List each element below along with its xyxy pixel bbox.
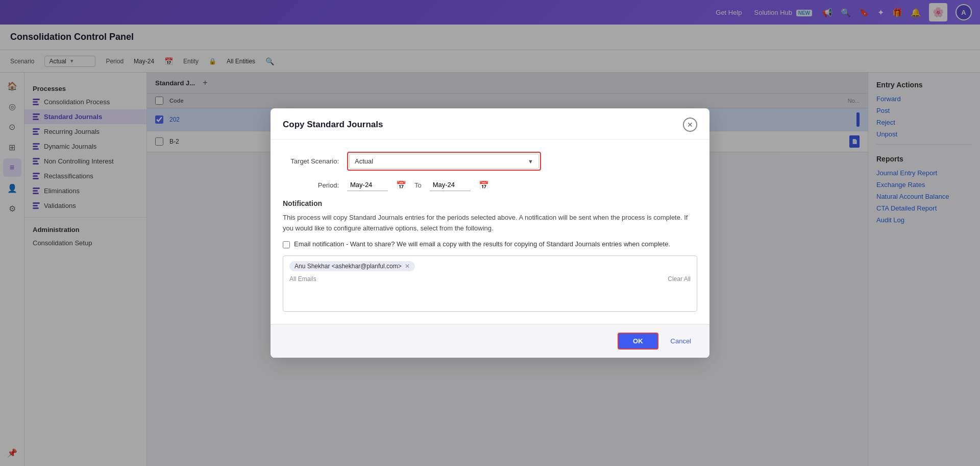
select-arrow-icon: ▼ bbox=[528, 158, 533, 165]
dialog-body: Target Scenario: Actual ▼ Period: 📅 To 📅 bbox=[271, 139, 709, 324]
target-scenario-label: Target Scenario: bbox=[283, 157, 339, 165]
target-scenario-row: Target Scenario: Actual ▼ bbox=[283, 152, 697, 171]
clear-all-link[interactable]: Clear All bbox=[668, 275, 691, 283]
all-emails-label: All Emails bbox=[289, 275, 316, 283]
email-tag: Anu Shekhar <ashekhar@planful.com> ✕ bbox=[289, 261, 415, 271]
target-scenario-wrapper: Actual ▼ bbox=[347, 152, 541, 171]
email-checkbox-label: Email notification - Want to share? We w… bbox=[294, 240, 670, 248]
calendar-to-icon[interactable]: 📅 bbox=[479, 180, 489, 190]
dialog-close-button[interactable]: ✕ bbox=[683, 118, 697, 132]
email-recipients-area[interactable]: Anu Shekhar <ashekhar@planful.com> ✕ All… bbox=[283, 255, 697, 312]
calendar-from-icon[interactable]: 📅 bbox=[396, 180, 406, 190]
copy-standard-journals-dialog: Copy Standard Journals ✕ Target Scenario… bbox=[271, 108, 709, 358]
email-tag-remove-icon[interactable]: ✕ bbox=[405, 263, 410, 270]
notification-title: Notification bbox=[283, 199, 697, 207]
period-to-label: To bbox=[414, 181, 422, 189]
period-row: Period: 📅 To 📅 bbox=[283, 179, 697, 191]
period-label: Period: bbox=[283, 181, 339, 189]
modal-overlay: Copy Standard Journals ✕ Target Scenario… bbox=[0, 0, 980, 466]
dialog-title: Copy Standard Journals bbox=[283, 120, 383, 130]
email-checkbox-row: Email notification - Want to share? We w… bbox=[283, 240, 697, 248]
dialog-header: Copy Standard Journals ✕ bbox=[271, 108, 709, 139]
email-area-footer: All Emails Clear All bbox=[289, 275, 691, 283]
cancel-button[interactable]: Cancel bbox=[665, 334, 697, 348]
dialog-footer: OK Cancel bbox=[271, 324, 709, 358]
period-from-input[interactable] bbox=[347, 179, 388, 191]
notification-desc: This process will copy Standard Journals… bbox=[283, 213, 697, 234]
email-notification-checkbox[interactable] bbox=[283, 241, 290, 248]
period-to-input[interactable] bbox=[430, 179, 471, 191]
ok-button[interactable]: OK bbox=[618, 333, 658, 350]
target-scenario-select[interactable]: Actual ▼ bbox=[349, 154, 539, 169]
